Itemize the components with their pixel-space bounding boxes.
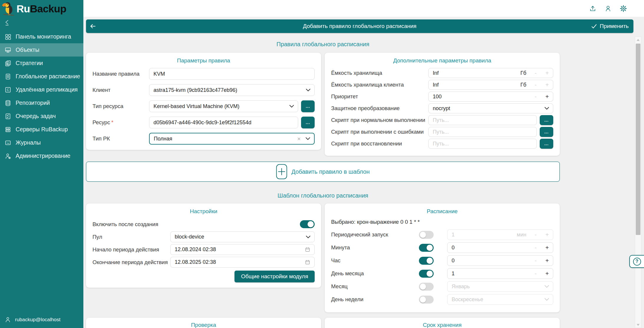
period-start-value: 12.08.2024 02:38 <box>175 246 305 253</box>
sidebar-item-strategies[interactable]: Стратегии <box>0 57 83 70</box>
servers-icon <box>5 126 12 133</box>
rules-section-title: Правила глобального расписания <box>86 41 560 48</box>
pool-value: block-device <box>175 234 306 240</box>
plus-stepper[interactable]: + <box>545 82 549 88</box>
rubackup-app: RuBackup Панель мониторинга Объекты <box>0 0 644 328</box>
resource-type-select[interactable]: Kernel-based Virtual Machine (KVM) <box>149 100 298 112</box>
sidebar-item-remote-replication[interactable]: C Удалённая репликация <box>0 83 83 96</box>
period-start-label: Начало периода действия <box>93 246 170 253</box>
month-toggle[interactable] <box>419 283 434 291</box>
day-of-month-label: День месяца <box>331 270 419 277</box>
arrow-left-icon <box>89 23 96 30</box>
resource-type-label: Тип ресурса <box>93 103 149 110</box>
sidebar-item-servers[interactable]: Серверы RuBackup <box>0 123 83 136</box>
vertical-scrollbar[interactable] <box>635 37 641 328</box>
pool-select[interactable]: block-device <box>170 231 315 242</box>
sidebar-collapse-button[interactable] <box>4 19 12 27</box>
minute-field[interactable]: 0 - + <box>447 242 553 253</box>
required-mark: * <box>111 119 113 125</box>
enable-after-toggle[interactable] <box>300 220 315 228</box>
client-storage-capacity-field[interactable]: Inf Гб - + <box>428 80 553 90</box>
backup-type-select[interactable]: Полная ✕ <box>149 133 315 145</box>
calendar-icon[interactable] <box>305 247 310 252</box>
minus-stepper[interactable]: - <box>535 258 537 264</box>
apply-button[interactable]: Применить <box>586 19 633 33</box>
upload-icon[interactable] <box>589 5 596 12</box>
sidebar-item-task-queue[interactable]: Очередь задач <box>0 110 83 123</box>
minute-toggle[interactable] <box>419 244 434 252</box>
plus-stepper[interactable]: + <box>545 94 549 100</box>
minus-stepper[interactable]: - <box>535 82 537 88</box>
script-error-row: Скрипт при выполнении с ошибками ... <box>331 127 553 137</box>
crypto-select[interactable]: nocrypt <box>428 103 553 113</box>
help-button[interactable]: ? <box>629 255 644 268</box>
client-select[interactable]: astra175-kvm (9cb92163c477eb96) <box>149 84 315 96</box>
resource-label: Ресурс* <box>93 119 149 126</box>
scroll-up-button[interactable] <box>635 37 641 42</box>
crypto-label: Защитное преобразование <box>331 105 428 112</box>
extra-params-title: Дополнительные параметры правила <box>331 57 553 64</box>
retention-title: Срок хранения <box>331 322 553 328</box>
unit-label: мин <box>517 232 526 238</box>
script-restore-input[interactable] <box>428 139 537 149</box>
plus-stepper[interactable]: + <box>545 70 549 76</box>
scrollbar-thumb[interactable] <box>636 44 640 235</box>
script-error-input[interactable] <box>428 127 537 137</box>
resource-type-value: Kernel-based Virtual Machine (KVM) <box>153 103 289 110</box>
sidebar-item-repository[interactable]: Репозиторий <box>0 96 83 110</box>
sidebar-item-objects[interactable]: Объекты <box>0 43 83 57</box>
app-logo: RuBackup <box>0 0 83 16</box>
plus-stepper[interactable]: + <box>545 258 549 264</box>
minus-stepper[interactable]: - <box>535 70 537 76</box>
profile-icon[interactable] <box>605 5 612 12</box>
month-value: Январь <box>452 284 544 290</box>
backup-type-value: Полная <box>154 136 297 142</box>
script-error-more-button[interactable]: ... <box>540 127 553 137</box>
schedule-card: Расписание Выбрано: крон-выражение 0 0 1… <box>325 203 560 312</box>
day-of-week-toggle[interactable] <box>419 296 434 304</box>
add-rule-to-template-button[interactable]: Добавить правило в шаблон <box>86 162 560 182</box>
day-of-month-toggle[interactable] <box>419 270 434 278</box>
sidebar-item-journals[interactable]: log Журналы <box>0 136 83 149</box>
sidebar-item-global-schedule[interactable]: Глобальное расписание <box>0 70 83 83</box>
back-button[interactable] <box>86 19 100 33</box>
rule-name-input[interactable] <box>149 68 315 80</box>
periodic-run-field: 1 мин - + <box>447 229 553 240</box>
script-normal-more-button[interactable]: ... <box>540 115 553 125</box>
unit-label: Гб <box>521 70 526 76</box>
priority-row: Приоритет 100 - + <box>331 92 553 102</box>
hour-toggle[interactable] <box>419 257 434 265</box>
priority-field[interactable]: 100 - + <box>428 92 553 102</box>
period-start-input[interactable]: 12.08.2024 02:38 <box>170 244 315 255</box>
user-info[interactable]: rubackup@localhost <box>0 312 83 328</box>
periodic-run-toggle[interactable] <box>419 231 434 239</box>
resource-more-button[interactable]: ... <box>301 117 315 128</box>
period-end-input[interactable]: 12.08.2025 02:38 <box>170 257 315 268</box>
calendar-icon[interactable] <box>305 259 310 265</box>
scroll-down-button[interactable] <box>635 322 641 327</box>
resource-input[interactable] <box>149 117 298 128</box>
day-of-month-field[interactable]: 1 - + <box>447 268 553 279</box>
toggle-knob <box>427 258 433 264</box>
script-normal-input[interactable] <box>428 115 537 125</box>
sidebar-item-monitoring-panel[interactable]: Панель мониторинга <box>0 30 83 43</box>
gear-icon[interactable] <box>620 5 627 12</box>
minus-stepper[interactable]: - <box>535 245 537 251</box>
script-restore-more-button[interactable]: ... <box>540 139 553 149</box>
month-label: Месяц <box>331 283 419 290</box>
minus-stepper[interactable]: - <box>535 271 537 276</box>
minus-stepper[interactable]: - <box>535 94 537 100</box>
module-settings-button[interactable]: Общие настройки модуля <box>235 271 315 282</box>
sidebar-item-administration[interactable]: Администрирование <box>0 149 83 163</box>
plus-stepper[interactable]: + <box>545 271 549 276</box>
triangle-down-icon <box>637 324 640 326</box>
admin-user-icon <box>5 153 12 159</box>
toggle-knob <box>420 284 426 290</box>
resource-type-more-button[interactable]: ... <box>301 100 315 112</box>
enable-after-label: Включить после создания <box>93 221 170 228</box>
storage-capacity-field[interactable]: Inf Гб - + <box>428 68 553 78</box>
rule-cards-row: Параметры правила Название правила Клиен… <box>86 53 560 156</box>
clear-icon[interactable]: ✕ <box>297 137 301 141</box>
hour-field[interactable]: 0 - + <box>447 255 553 266</box>
plus-stepper[interactable]: + <box>545 245 549 251</box>
